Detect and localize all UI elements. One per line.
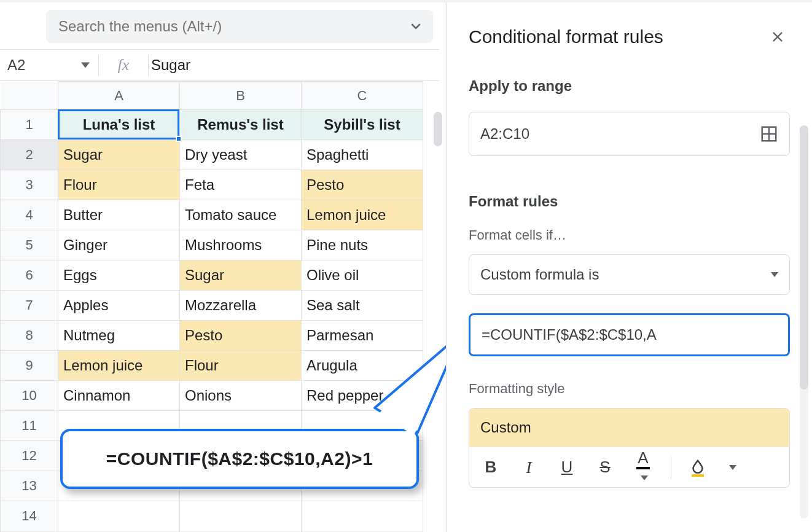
chevron-down-icon: [729, 465, 736, 470]
cell[interactable]: Olive oil: [302, 260, 423, 291]
cell[interactable]: Mushrooms: [180, 230, 302, 260]
formatting-style-name: Custom: [480, 419, 531, 436]
apply-to-range-field[interactable]: A2:C10: [469, 112, 790, 156]
condition-select[interactable]: Custom formula is: [469, 254, 790, 295]
header-cell[interactable]: Sybill's list: [302, 110, 423, 140]
cell[interactable]: [58, 501, 180, 531]
cell[interactable]: Lemon juice: [302, 200, 423, 230]
row-header-9[interactable]: 9: [1, 351, 58, 381]
name-box[interactable]: A2: [0, 50, 98, 80]
cell[interactable]: Pesto: [180, 321, 302, 351]
cell[interactable]: Dry yeast: [180, 140, 302, 170]
panel-scrollbar-thumb[interactable]: [800, 125, 808, 389]
cell[interactable]: Butter: [58, 200, 180, 230]
svg-rect-1: [692, 474, 704, 477]
row-header-1[interactable]: 1: [1, 110, 58, 140]
select-range-icon[interactable]: [760, 125, 778, 143]
underline-button[interactable]: U: [556, 458, 577, 477]
row-header-5[interactable]: 5: [1, 230, 58, 260]
formatting-style-preview[interactable]: Custom: [469, 409, 789, 447]
sheet-scrollbar-thumb[interactable]: [434, 112, 442, 146]
cell[interactable]: Nutmeg: [58, 321, 180, 351]
header-cell[interactable]: Luna's list: [58, 110, 180, 140]
row-header-2[interactable]: 2: [1, 140, 58, 170]
select-all-cell[interactable]: [1, 82, 58, 110]
cell[interactable]: Mozzarella: [180, 291, 302, 321]
custom-formula-value: =COUNTIF($A$2:$C$10,A: [482, 326, 657, 343]
row-header-14[interactable]: 14: [1, 501, 58, 531]
column-header-A[interactable]: A: [58, 82, 180, 110]
header-cell[interactable]: Remus's list: [180, 110, 302, 140]
panel-close-button[interactable]: [765, 25, 790, 49]
cell[interactable]: [180, 501, 302, 531]
spreadsheet-grid[interactable]: ABC1Luna's listRemus's listSybill's list…: [0, 81, 439, 532]
column-header-B[interactable]: B: [180, 82, 302, 110]
cell[interactable]: Sugar: [58, 140, 180, 170]
cell[interactable]: Onions: [180, 381, 302, 411]
row-header-7[interactable]: 7: [1, 291, 58, 321]
row-header-4[interactable]: 4: [1, 200, 58, 230]
cell[interactable]: Sea salt: [302, 291, 423, 321]
cell[interactable]: Eggs: [58, 260, 180, 291]
cell[interactable]: [302, 501, 423, 531]
menu-search-dropdown-icon[interactable]: [399, 19, 433, 34]
formatting-style-label: Formatting style: [469, 381, 790, 397]
condition-select-value: Custom formula is: [480, 266, 599, 283]
fill-color-button[interactable]: [689, 458, 709, 477]
cell[interactable]: Lemon juice: [58, 351, 180, 381]
cell[interactable]: Spaghetti: [302, 140, 423, 170]
menu-search[interactable]: [46, 10, 433, 43]
row-header-12[interactable]: 12: [1, 441, 58, 471]
text-color-button[interactable]: A: [633, 448, 654, 487]
row-header-11[interactable]: 11: [1, 411, 58, 441]
cell[interactable]: Cinnamon: [58, 381, 180, 411]
chevron-down-icon: [641, 475, 648, 480]
cell[interactable]: Apples: [58, 291, 180, 321]
row-header-6[interactable]: 6: [1, 260, 58, 291]
italic-button[interactable]: I: [518, 458, 539, 477]
formula-callout-text: =COUNTIF($A$2:$C$10,A2)>1: [106, 448, 373, 469]
cell[interactable]: Feta: [180, 170, 302, 200]
panel-title: Conditional format rules: [469, 26, 663, 47]
cell[interactable]: Tomato sauce: [180, 200, 302, 230]
formula-bar-input[interactable]: Sugar: [149, 57, 190, 74]
formatting-toolbar: B I U S A: [469, 447, 789, 487]
chevron-down-icon: [771, 272, 778, 277]
name-box-value: A2: [7, 57, 25, 74]
row-header-10[interactable]: 10: [1, 381, 58, 411]
cell[interactable]: Pine nuts: [302, 230, 423, 260]
apply-to-range-value: A2:C10: [480, 125, 529, 143]
column-header-C[interactable]: C: [302, 82, 423, 110]
fx-icon: fx: [99, 56, 148, 74]
cell[interactable]: Sugar: [180, 260, 302, 291]
strikethrough-button[interactable]: S: [595, 458, 615, 477]
cell[interactable]: Flour: [180, 351, 302, 381]
row-header-8[interactable]: 8: [1, 321, 58, 351]
cell[interactable]: Pesto: [302, 170, 423, 200]
menu-search-input[interactable]: [46, 18, 399, 35]
name-box-dropdown-icon[interactable]: [81, 63, 90, 68]
bold-button[interactable]: B: [480, 458, 501, 477]
formatting-style-box: Custom B I U S A: [469, 408, 790, 488]
row-header-3[interactable]: 3: [1, 170, 58, 200]
cell[interactable]: Ginger: [58, 230, 180, 260]
apply-to-range-label: Apply to range: [469, 77, 790, 95]
custom-formula-input[interactable]: =COUNTIF($A$2:$C$10,A: [469, 313, 790, 356]
cell[interactable]: Flour: [58, 170, 180, 200]
formula-bar-row: A2 fx Sugar: [0, 49, 439, 81]
text-color-letter: A: [636, 448, 649, 469]
row-header-13[interactable]: 13: [1, 471, 58, 501]
format-rules-label: Format rules: [469, 193, 790, 210]
divider: [671, 456, 671, 479]
conditional-format-panel: Conditional format rules Apply to range …: [446, 2, 812, 532]
format-cells-if-label: Format cells if…: [469, 227, 790, 243]
